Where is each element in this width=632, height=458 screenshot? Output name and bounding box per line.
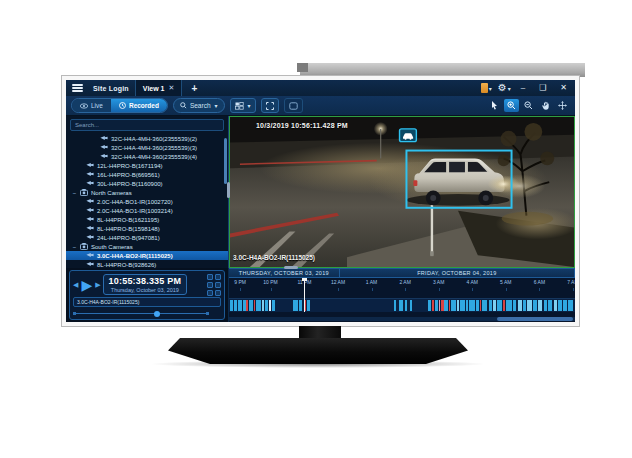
recorded-segment[interactable]	[249, 300, 253, 311]
tree-camera-item[interactable]: 32C-H4A-4MH-360(2355539)(2)	[66, 134, 228, 143]
timeline-scrollbar-thumb[interactable]	[497, 317, 573, 321]
recorded-segment[interactable]	[493, 300, 495, 311]
recorded-segment[interactable]	[299, 300, 303, 311]
tree-camera-item[interactable]: 3.0C-H4A-BO2-IR(1115025)	[66, 251, 228, 260]
tree-folder[interactable]: −South Cameras	[66, 242, 228, 251]
zoom-out-button[interactable]	[521, 99, 536, 112]
timeline-scrollbar[interactable]	[229, 317, 575, 321]
layout-button[interactable]: ▾	[230, 98, 256, 113]
recorded-segment[interactable]	[563, 300, 566, 311]
jump-button[interactable]	[215, 290, 221, 296]
new-tab-button[interactable]: +	[188, 83, 200, 94]
live-button[interactable]: Live	[72, 99, 111, 112]
recorded-segment[interactable]	[466, 300, 468, 311]
recorded-segment[interactable]	[243, 300, 246, 311]
recorded-segment[interactable]	[230, 300, 233, 311]
tree-folder[interactable]: −North Cameras	[66, 188, 228, 197]
recorded-segment[interactable]	[544, 300, 547, 311]
panel-splitter-handle[interactable]	[227, 182, 230, 198]
recorded-segment[interactable]	[476, 300, 479, 311]
step-forward-button[interactable]: ▶	[95, 281, 100, 289]
recorded-segment[interactable]	[518, 300, 522, 311]
recorded-segment[interactable]	[293, 300, 298, 311]
alerts-button[interactable]: ▾	[481, 83, 492, 93]
recorded-segment[interactable]	[489, 300, 493, 311]
maximize-button[interactable]: ❑	[535, 80, 550, 96]
recorded-segment[interactable]	[410, 300, 412, 311]
recorded-button[interactable]: Recorded	[111, 99, 167, 112]
timeline-playhead[interactable]	[304, 278, 305, 312]
close-button[interactable]: ✕	[556, 80, 571, 96]
tab-view1[interactable]: View 1 ✕	[135, 80, 183, 96]
recorded-segment[interactable]	[394, 300, 396, 311]
zoom-in-button[interactable]	[504, 99, 519, 112]
speed-slider-thumb[interactable]	[154, 311, 160, 317]
recorded-segment[interactable]	[533, 300, 536, 311]
recorded-segment[interactable]	[480, 300, 481, 311]
recorded-segment[interactable]	[428, 300, 431, 311]
tree-camera-item[interactable]: 16L-H4PRO-B(669561)	[66, 170, 228, 179]
tree-camera-item[interactable]: 8L-H4PRO-B(1621195)	[66, 215, 228, 224]
recorded-segment[interactable]	[269, 300, 271, 311]
jump-button[interactable]	[207, 274, 213, 280]
recorded-segment[interactable]	[405, 300, 407, 311]
jump-button[interactable]	[207, 282, 213, 288]
collapse-icon[interactable]: −	[72, 244, 77, 250]
recorded-segment[interactable]	[558, 300, 562, 311]
recorded-segment[interactable]	[503, 300, 505, 311]
search-input[interactable]: Search...	[70, 119, 224, 131]
tree-camera-item[interactable]: 2.0C-H4A-BO1-IR(1002720)	[66, 197, 228, 206]
recorded-segment[interactable]	[441, 300, 443, 311]
video-panel[interactable]: 10/3/2019 10:56:11.428 PM 3.0C-H4A-BO2-I…	[229, 116, 575, 268]
recorded-segment[interactable]	[234, 300, 237, 311]
jump-button[interactable]	[215, 274, 221, 280]
tree-camera-item[interactable]: 2.0C-H4A-BO1-IR(1003214)	[66, 206, 228, 215]
jump-button[interactable]	[215, 282, 221, 288]
minimize-button[interactable]: –	[517, 80, 529, 96]
recorded-segment[interactable]	[451, 300, 455, 311]
tree-camera-item[interactable]: 24L-H4PRO-B(947081)	[66, 233, 228, 242]
recorded-segment[interactable]	[435, 300, 438, 311]
tree-camera-item[interactable]: 8L-H4PRO-B(1598148)	[66, 224, 228, 233]
tab-close-icon[interactable]: ✕	[169, 84, 175, 92]
timeline-panel[interactable]: THURSDAY, OCTOBER 03, 2019FRIDAY, OCTOBE…	[228, 268, 575, 322]
recorded-segment[interactable]	[513, 300, 516, 311]
recorded-segment[interactable]	[238, 300, 242, 311]
menu-icon[interactable]	[72, 84, 83, 92]
recorded-segment[interactable]	[265, 300, 268, 311]
tree-camera-item[interactable]: 32C-H4A-4MH-360(2355539)(3)	[66, 143, 228, 152]
recorded-segment[interactable]	[538, 300, 543, 311]
recorded-segment[interactable]	[307, 300, 309, 311]
fullscreen-button[interactable]	[261, 98, 279, 113]
timeline-activity-track[interactable]	[229, 298, 575, 312]
sidebar-scrollbar[interactable]	[224, 138, 227, 184]
cycle-views-button[interactable]	[284, 98, 303, 113]
recorded-segment[interactable]	[482, 300, 487, 311]
recorded-segment[interactable]	[262, 300, 264, 311]
recorded-segment[interactable]	[497, 300, 502, 311]
select-cursor-button[interactable]	[487, 99, 502, 112]
jump-button[interactable]	[207, 290, 213, 296]
search-button[interactable]: Search ▾	[173, 98, 225, 113]
recorded-segment[interactable]	[523, 300, 526, 311]
collapse-icon[interactable]: −	[72, 190, 77, 196]
recorded-segment[interactable]	[554, 300, 557, 311]
recorded-segment[interactable]	[548, 300, 552, 311]
speed-slider[interactable]	[73, 309, 221, 317]
tree-camera-item[interactable]: 30L-H4PRO-B(1160900)	[66, 179, 228, 188]
tree-camera-item[interactable]: 12L-H4PRO-B(1671194)	[66, 161, 228, 170]
recorded-segment[interactable]	[460, 300, 464, 311]
recorded-segment[interactable]	[527, 300, 532, 311]
recorded-segment[interactable]	[568, 300, 573, 311]
recorded-segment[interactable]	[469, 300, 475, 311]
play-button[interactable]: ▶	[81, 278, 92, 292]
move-button[interactable]	[555, 99, 570, 112]
timeline-splitter-handle[interactable]	[284, 266, 298, 269]
tree-camera-item[interactable]: 32C-H4A-4MH-360(2355539)(4)	[66, 152, 228, 161]
pan-button[interactable]	[538, 99, 553, 112]
recorded-segment[interactable]	[399, 300, 402, 311]
recorded-segment[interactable]	[272, 300, 275, 311]
settings-button[interactable]: ⚙ ▾	[498, 83, 511, 93]
recorded-segment[interactable]	[457, 300, 459, 311]
step-back-button[interactable]: ◀	[73, 281, 78, 289]
